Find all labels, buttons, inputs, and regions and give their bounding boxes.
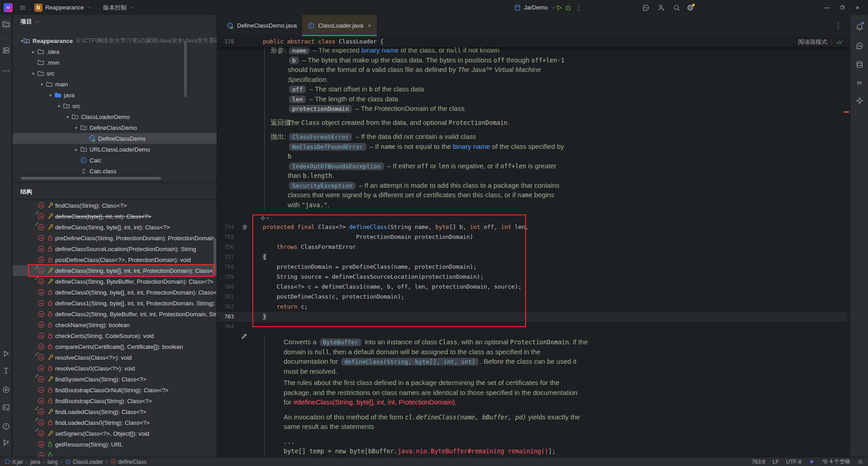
code-line[interactable]: 761 postDefineClass(c, protectionDomain)… (218, 292, 847, 302)
minimize-button[interactable]: — (820, 0, 834, 15)
tool-strip-problems-button[interactable] (2, 422, 10, 431)
line-ending[interactable]: LF (773, 459, 779, 465)
code-with-me-button[interactable] (658, 0, 665, 15)
code-line[interactable]: 756 throws ClassFormatError (218, 242, 847, 252)
tool-strip-more-button[interactable] (2, 67, 10, 75)
run-button[interactable] (555, 0, 563, 15)
tree-item-defineclassdemo[interactable]: ▾DefineClassDemo (13, 122, 217, 133)
structure-item[interactable]: mfindClass(String): Class<?> (13, 200, 217, 211)
structure-item[interactable]: mpreDefineClass(String, ProtectionDomain… (13, 233, 217, 243)
structure-item[interactable]: m (13, 450, 217, 457)
structure-item[interactable]: mdefineClassSourceLocation(ProtectionDom… (13, 243, 217, 254)
tree-item-src[interactable]: ▾src (13, 100, 217, 111)
tool-strip-notifications-button[interactable] (855, 23, 863, 31)
tree-item-defineclassdemo[interactable]: CDefineClassDemo (13, 133, 217, 144)
code-line[interactable]: 757{ (218, 252, 847, 262)
structure-item[interactable]: mcheckCerts(String, CodeSource): void (13, 330, 217, 341)
tool-strip-version-control-button[interactable] (2, 438, 10, 447)
code-ref-badge[interactable]: name (289, 47, 309, 54)
plugin-status-button[interactable] (809, 459, 815, 465)
code-ref-badge[interactable]: NoClassDefFoundError (289, 143, 366, 151)
tree-chevron-icon[interactable]: ▾ (64, 114, 71, 119)
code-ref-badge[interactable]: defineClass(String, byte[], int, int) (341, 358, 479, 366)
tool-strip-ai-assistant-button[interactable] (855, 42, 863, 50)
tool-strip-database-button[interactable] (855, 60, 863, 68)
file-lock-toggle[interactable] (858, 459, 863, 465)
structure-item[interactable]: mdefineClass1(String, byte[], int, int, … (13, 298, 217, 309)
tree-chevron-icon[interactable]: ▸ (72, 147, 80, 152)
structure-item[interactable]: mdefineClass0(String, byte[], int, int, … (13, 287, 217, 298)
editor-options-kebab-icon[interactable]: ⋮ (835, 21, 842, 29)
structure-item[interactable]: mdefineClass(String, byte[], int, int): … (13, 222, 217, 233)
structure-item[interactable]: mfindSystemClass(String): Class<?> (13, 374, 217, 385)
tool-strip-maven-button[interactable]: m (855, 78, 863, 86)
tree-chevron-icon[interactable]: ▾ (38, 82, 46, 87)
file-encoding[interactable]: UTF-8 (786, 459, 802, 465)
edit-pencil-icon[interactable] (241, 333, 248, 339)
structure-item[interactable]: mpostDefineClass(Class<?>, ProtectionDom… (13, 254, 217, 265)
code-line[interactable]: 754@protected final Class<?> defineClass… (218, 222, 847, 232)
restore-button[interactable] (835, 0, 849, 15)
tool-strip-run-button[interactable] (2, 349, 10, 358)
code-line[interactable]: 760 Class<?> c = defineClass1(name, b, o… (218, 282, 847, 292)
tool-strip-plugin-button[interactable] (855, 96, 863, 105)
tree-chevron-icon[interactable]: ▾ (47, 93, 54, 98)
breadcrumb-item[interactable]: java (30, 459, 40, 465)
code-ref-badge[interactable]: len (289, 95, 306, 103)
code-ref-badge[interactable]: SecurityException (289, 182, 356, 190)
code-line[interactable]: 762 return c; (218, 302, 847, 312)
tool-strip-structure-button[interactable] (2, 46, 10, 55)
tree-item-urlclassloaderdemo[interactable]: ▸URLClassLoaderDemo (13, 144, 217, 155)
breadcrumb-item[interactable]: CClassLoader (65, 459, 103, 465)
code-ref-badge[interactable]: protectionDomain (289, 105, 352, 113)
tool-strip-project-button[interactable] (2, 20, 10, 29)
code-line[interactable]: 758 protectionDomain = preDefineClass(na… (218, 262, 847, 272)
debug-button[interactable] (564, 0, 572, 15)
error-stripe-mark[interactable] (844, 111, 849, 113)
structure-vertical-scrollbar[interactable] (213, 238, 216, 275)
structure-item[interactable]: mcheckName(String): boolean (13, 319, 217, 330)
structure-item[interactable]: mfindLoadedClass0(String): Class<?> (13, 417, 217, 428)
vcs-widget[interactable]: 版本控制 (103, 0, 135, 15)
tool-strip-services-button[interactable] (2, 385, 10, 394)
structure-item[interactable]: mfindLoadedClass(String): Class<?> (13, 406, 217, 417)
tree-item-calc[interactable]: CCalc (13, 155, 217, 166)
more-actions-button[interactable]: ⋮ (575, 0, 582, 15)
caret-position[interactable]: 763:6 (752, 459, 765, 465)
structure-item[interactable]: mdefineClass2(String, ByteBuffer, int, i… (13, 309, 217, 319)
tree-item-calc-class[interactable]: 1001Calc.class (13, 166, 217, 176)
ai-assistant-button[interactable] (642, 0, 650, 15)
structure-panel-header[interactable]: 结构 (13, 182, 217, 200)
structure-item[interactable]: mgetResource(String): URL (13, 439, 217, 450)
breadcrumb-item[interactable]: rt.jar (5, 459, 23, 465)
doc-error-link[interactable]: #defineClass(String, byte[], int, int, P… (294, 398, 455, 406)
structure-item[interactable]: mresolveClass(Class<?>): void (13, 352, 217, 363)
code-ref-badge[interactable]: ClassFormatError (289, 133, 352, 141)
code-line[interactable]: 755 ProtectionDomain protectionDomain) (218, 232, 847, 242)
code-ref-badge[interactable]: b (289, 57, 299, 64)
structure-item[interactable]: mfindBootstrapClassOrNull(String): Class… (13, 385, 217, 395)
code-ref-badge[interactable]: ByteBuffer (320, 338, 361, 346)
code-line[interactable]: 763} (218, 312, 847, 322)
sticky-header-line[interactable]: 178 public abstract class ClassLoader { (218, 36, 850, 47)
tab-classloader[interactable]: C ClassLoader.java × (302, 15, 376, 36)
breadcrumb-item[interactable]: lang (47, 459, 58, 465)
structure-item[interactable]: mfindBootstrapClass(String): Class<?> (13, 395, 217, 406)
search-everywhere-button[interactable] (673, 0, 680, 15)
code-ref-badge[interactable]: IndexOutOfBoundsException (289, 162, 384, 170)
inlay-hint[interactable]: ∨ (260, 215, 270, 221)
doc-link[interactable]: binary name (361, 46, 399, 54)
tree-chevron-icon[interactable]: ▾ (29, 71, 37, 76)
tab-defineclassdemo[interactable]: C DefineClassDemo.java (221, 15, 302, 36)
tree-chevron-icon[interactable]: ▾ (72, 125, 80, 130)
structure-item[interactable]: mdefineClass(byte[], int, int): Class<?> (13, 211, 217, 222)
close-tab-icon[interactable]: × (368, 22, 371, 29)
close-button[interactable]: × (851, 0, 864, 15)
code-line[interactable]: 759 String source = defineClassSourceLoc… (218, 272, 847, 282)
tree-horizontal-scrollbar[interactable] (21, 177, 161, 180)
structure-item[interactable]: mdefineClass(String, ByteBuffer, Protect… (13, 276, 217, 287)
tool-strip-terminal-button[interactable] (2, 403, 10, 412)
tree-vertical-scrollbar[interactable] (184, 41, 187, 97)
structure-item[interactable]: mdefineClass(String, byte[], int, int, P… (13, 265, 217, 276)
tree-chevron-icon[interactable]: ▾ (55, 104, 63, 109)
